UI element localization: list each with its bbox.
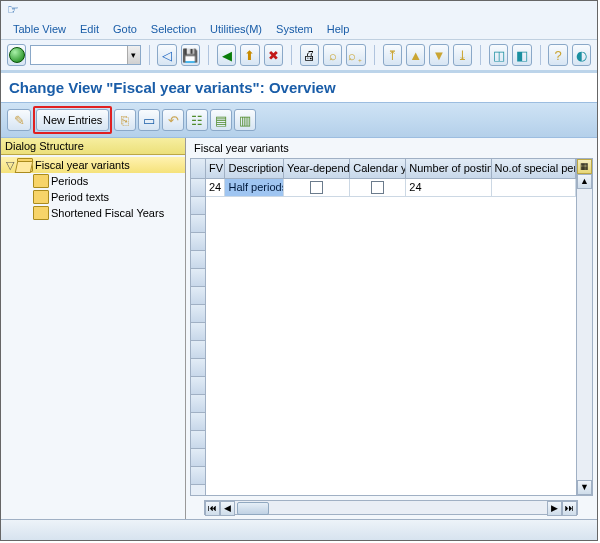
menu-help[interactable]: Help: [321, 21, 356, 37]
vertical-scrollbar[interactable]: ▦ ▲ ▼: [576, 159, 592, 495]
col-year-depend[interactable]: Year-depend.: [284, 159, 350, 178]
corner-cell[interactable]: [191, 159, 205, 179]
tree-label: Shortened Fiscal Years: [51, 207, 164, 219]
row-selector[interactable]: [191, 179, 205, 197]
checkbox-icon[interactable]: [371, 181, 384, 194]
cell-description[interactable]: Half periods: [225, 179, 284, 196]
nav-back-button[interactable]: ◀: [217, 44, 236, 66]
row-selector[interactable]: [191, 215, 205, 233]
column-headers: FV Description Year-depend. Calendar yr …: [206, 159, 576, 179]
dropdown-icon[interactable]: ▾: [127, 46, 140, 64]
grid-title: Fiscal year variants: [186, 138, 597, 158]
scroll-down-icon[interactable]: ▼: [577, 480, 592, 495]
cancel-button[interactable]: ✖: [264, 44, 283, 66]
row-selector[interactable]: [191, 197, 205, 215]
exit-button[interactable]: ⬆: [240, 44, 259, 66]
menu-edit[interactable]: Edit: [74, 21, 105, 37]
col-description[interactable]: Description: [225, 159, 284, 178]
select-block-button[interactable]: ▤: [210, 109, 232, 131]
row-selector[interactable]: [191, 305, 205, 323]
row-selector[interactable]: [191, 431, 205, 449]
row-selector[interactable]: [191, 251, 205, 269]
cell-fv[interactable]: 24: [206, 179, 225, 196]
back-button[interactable]: ◁: [157, 44, 176, 66]
cell-num-special[interactable]: [492, 179, 576, 196]
configure-columns-button[interactable]: ▦: [577, 159, 592, 174]
row-selector[interactable]: [191, 341, 205, 359]
menu-label: Edit: [80, 23, 99, 35]
row-selector[interactable]: [191, 377, 205, 395]
prev-page-button[interactable]: ▲: [406, 44, 425, 66]
col-fv[interactable]: FV: [206, 159, 225, 178]
delete-button[interactable]: ▭: [138, 109, 160, 131]
checkbox-icon[interactable]: [310, 181, 323, 194]
command-input[interactable]: [31, 49, 127, 61]
grid-body: FV Description Year-depend. Calendar yr …: [206, 159, 576, 495]
last-page-button[interactable]: ⤓: [453, 44, 472, 66]
tree-node-fiscal-year-variants[interactable]: ▽ Fiscal year variants: [1, 157, 185, 173]
create-session-button[interactable]: ◫: [489, 44, 508, 66]
find-button[interactable]: ⌕: [323, 44, 342, 66]
separator: [208, 45, 209, 65]
col-num-special[interactable]: No.of special perio: [492, 159, 576, 178]
standard-toolbar: ▾ ◁ 💾 ◀ ⬆ ✖ 🖨 ⌕ ⌕₊ ⤒ ▲ ▼ ⤓ ◫ ◧ ? ◐: [1, 40, 597, 73]
cell-num-posting[interactable]: 24: [406, 179, 491, 196]
tree-label: Period texts: [51, 191, 109, 203]
menu-goto[interactable]: Goto: [107, 21, 143, 37]
copy-button[interactable]: ⎘: [114, 109, 136, 131]
data-grid: FV Description Year-depend. Calendar yr …: [190, 158, 593, 496]
menu-utilities[interactable]: Utilities(M): [204, 21, 268, 37]
tree-node-shortened-fy[interactable]: Shortened Fiscal Years: [1, 205, 185, 221]
scroll-thumb[interactable]: [237, 502, 269, 515]
row-selector[interactable]: [191, 233, 205, 251]
scroll-first-icon[interactable]: ⏮: [205, 501, 220, 516]
enter-button[interactable]: [7, 44, 26, 66]
scroll-last-icon[interactable]: ⏭: [562, 501, 577, 516]
command-field[interactable]: ▾: [30, 45, 140, 65]
separator: [291, 45, 292, 65]
scroll-right-icon[interactable]: ▶: [547, 501, 562, 516]
help-button[interactable]: ?: [548, 44, 567, 66]
horizontal-scrollbar[interactable]: ⏮ ◀ ▶ ⏭: [204, 500, 578, 515]
scroll-corner: [578, 500, 593, 515]
scroll-track[interactable]: [577, 189, 592, 480]
menu-selection[interactable]: Selection: [145, 21, 202, 37]
deselect-all-button[interactable]: ▥: [234, 109, 256, 131]
scroll-left-icon[interactable]: ◀: [220, 501, 235, 516]
col-num-posting[interactable]: Number of posting: [406, 159, 491, 178]
tree-node-period-texts[interactable]: Period texts: [1, 189, 185, 205]
find-next-button[interactable]: ⌕₊: [346, 44, 365, 66]
row-selector[interactable]: [191, 467, 205, 485]
cell-calendar-yr[interactable]: [350, 179, 406, 196]
row-selector[interactable]: [191, 269, 205, 287]
next-page-button[interactable]: ▼: [429, 44, 448, 66]
other-view-button[interactable]: ✎: [7, 109, 31, 131]
menu-system[interactable]: System: [270, 21, 319, 37]
generate-shortcut-button[interactable]: ◧: [512, 44, 531, 66]
first-page-button[interactable]: ⤒: [383, 44, 402, 66]
print-button[interactable]: 🖨: [300, 44, 319, 66]
scroll-track[interactable]: [235, 501, 547, 514]
row-selector[interactable]: [191, 449, 205, 467]
row-selector[interactable]: [191, 359, 205, 377]
layout-button[interactable]: ◐: [572, 44, 591, 66]
cell-year-depend[interactable]: [284, 179, 350, 196]
row-selector[interactable]: [191, 413, 205, 431]
select-all-button[interactable]: ☷: [186, 109, 208, 131]
row-selector[interactable]: [191, 395, 205, 413]
tree-node-periods[interactable]: Periods: [1, 173, 185, 189]
horizontal-scroll-area: ⏮ ◀ ▶ ⏭: [190, 500, 593, 515]
menu-label: Goto: [113, 23, 137, 35]
menu-table-view[interactable]: Table View: [7, 21, 72, 37]
save-button[interactable]: 💾: [181, 44, 200, 66]
row-selector[interactable]: [191, 323, 205, 341]
scroll-up-icon[interactable]: ▲: [577, 174, 592, 189]
undo-button[interactable]: ↶: [162, 109, 184, 131]
col-calendar-yr[interactable]: Calendar yr: [350, 159, 406, 178]
menu-label: Selection: [151, 23, 196, 35]
main-area: Dialog Structure ▽ Fiscal year variants …: [1, 138, 597, 519]
table-row[interactable]: 24 Half periods 24: [206, 179, 576, 197]
row-selector[interactable]: [191, 287, 205, 305]
new-entries-button[interactable]: New Entries: [36, 109, 109, 131]
expand-icon[interactable]: ▽: [5, 159, 15, 172]
